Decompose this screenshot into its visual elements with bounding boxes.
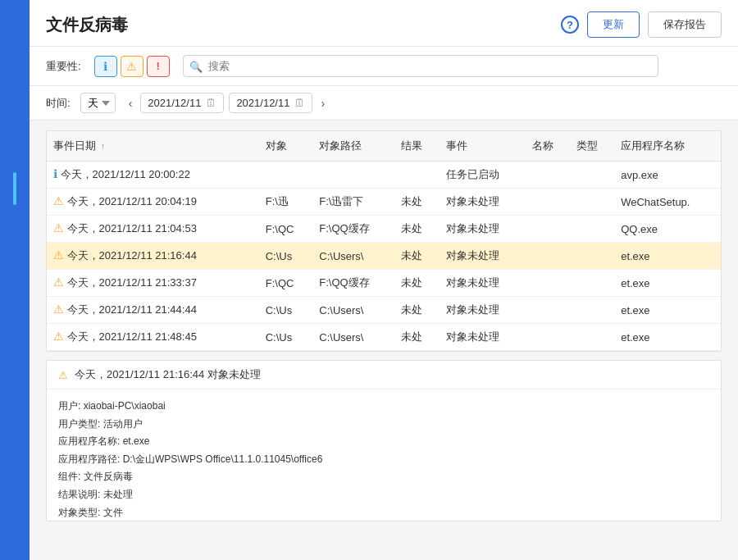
cell-app: et.exe — [614, 243, 721, 270]
cell-app: avp.exe — [614, 162, 721, 189]
update-button[interactable]: 更新 — [587, 11, 640, 38]
row-icon: ⚠ — [53, 330, 64, 343]
cell-object-path: C:\Users\ — [312, 324, 394, 351]
cell-object-path: C:\Users\ — [312, 243, 394, 270]
cell-name — [526, 270, 570, 297]
detail-warn-icon: ⚠ — [58, 369, 68, 381]
row-icon: ℹ — [53, 167, 57, 180]
cell-app: et.exe — [614, 297, 721, 324]
page-title: 文件反病毒 — [46, 14, 128, 36]
cell-object-path — [312, 162, 394, 189]
left-sidebar — [0, 0, 30, 560]
col-object: 对象 — [259, 131, 313, 162]
severity-warn-button[interactable]: ⚠ — [121, 56, 144, 77]
row-icon: ⚠ — [53, 275, 64, 289]
date-from-field[interactable]: 2021/12/11 🗓 — [140, 93, 224, 113]
detail-header-text: 今天，2021/12/11 21:16:44 对象未处理 — [75, 367, 261, 382]
search-input[interactable] — [183, 55, 658, 77]
cell-result — [394, 162, 439, 189]
cell-date: ⚠ 今天，2021/12/11 21:04:53 — [47, 216, 259, 243]
cell-event: 对象未处理 — [440, 297, 526, 324]
calendar-from-icon: 🗓 — [206, 97, 216, 109]
main-content: 文件反病毒 ? 更新 保存报告 重要性: ℹ ⚠ ! 🔍 时间: — [30, 0, 738, 560]
col-date[interactable]: 事件日期 ↑ — [47, 131, 259, 162]
cell-result: 未处 — [394, 216, 439, 243]
severity-info-button[interactable]: ℹ — [94, 56, 117, 77]
cell-type — [570, 243, 614, 270]
row-icon: ⚠ — [53, 221, 64, 234]
cell-app: et.exe — [614, 324, 721, 351]
cell-name — [526, 243, 570, 270]
events-table: 事件日期 ↑ 对象 对象路径 结果 事件 名称 类型 应用程序名称 ℹ 今天，2… — [47, 131, 721, 351]
row-icon: ⚠ — [53, 303, 64, 316]
time-unit-select[interactable]: 天 — [80, 93, 116, 113]
cell-date: ⚠ 今天，2021/12/11 20:04:19 — [47, 189, 259, 216]
next-date-button[interactable]: › — [317, 95, 328, 112]
detail-line: 组件: 文件反病毒 — [58, 468, 709, 486]
cell-type — [570, 162, 614, 189]
cell-name — [526, 189, 570, 216]
table-row[interactable]: ⚠ 今天，2021/12/11 20:04:19 F:\迅 F:\迅雷下 未处 … — [47, 189, 721, 216]
cell-name — [526, 297, 570, 324]
cell-object-path: C:\Users\ — [312, 297, 394, 324]
date-navigation: ‹ 2021/12/11 🗓 2021/12/11 🗓 › — [125, 93, 329, 113]
cell-object: C:\Us — [259, 243, 313, 270]
cell-event: 任务已启动 — [440, 162, 526, 189]
cell-result: 未处 — [394, 297, 439, 324]
cell-type — [570, 297, 614, 324]
cell-result: 未处 — [394, 270, 439, 297]
prev-date-button[interactable]: ‹ — [125, 95, 136, 112]
cell-name — [526, 162, 570, 189]
table-row[interactable]: ⚠ 今天，2021/12/11 21:48:45 C:\Us C:\Users\… — [47, 324, 721, 351]
save-report-button[interactable]: 保存报告 — [648, 11, 722, 38]
events-table-container: 事件日期 ↑ 对象 对象路径 结果 事件 名称 类型 应用程序名称 ℹ 今天，2… — [46, 130, 722, 352]
col-result: 结果 — [394, 131, 439, 162]
cell-event: 对象未处理 — [440, 189, 526, 216]
cell-type — [570, 189, 614, 216]
cell-date: ⚠ 今天，2021/12/11 21:33:37 — [47, 270, 259, 297]
table-row[interactable]: ⚠ 今天，2021/12/11 21:16:44 C:\Us C:\Users\… — [47, 243, 721, 270]
sidebar-accent — [13, 172, 16, 205]
cell-object: C:\Us — [259, 297, 313, 324]
table-row[interactable]: ℹ 今天，2021/12/11 20:00:22 任务已启动 avp.exe — [47, 162, 721, 189]
date-to-field[interactable]: 2021/12/11 🗓 — [229, 93, 312, 113]
cell-app: QQ.exe — [614, 216, 721, 243]
cell-date: ⚠ 今天，2021/12/11 21:16:44 — [47, 243, 259, 270]
help-icon[interactable]: ? — [561, 16, 579, 34]
cell-app: WeChatSetup. — [614, 189, 721, 216]
table-header-row: 事件日期 ↑ 对象 对象路径 结果 事件 名称 类型 应用程序名称 — [47, 131, 721, 162]
col-event: 事件 — [440, 131, 526, 162]
cell-result: 未处 — [394, 189, 439, 216]
cell-object: F:\QC — [259, 270, 313, 297]
row-icon: ⚠ — [53, 248, 64, 262]
col-object-path: 对象路径 — [312, 131, 394, 162]
search-icon: 🔍 — [189, 60, 203, 72]
cell-object-path: F:\QQ缓存 — [312, 270, 394, 297]
toolbar: 重要性: ℹ ⚠ ! 🔍 — [30, 47, 738, 86]
cell-app: et.exe — [614, 270, 721, 297]
cell-type — [570, 216, 614, 243]
cell-event: 对象未处理 — [440, 216, 526, 243]
severity-label: 重要性: — [46, 59, 81, 74]
detail-line: 用户: xiaobai-PC\xiaobai — [58, 398, 709, 416]
table-row[interactable]: ⚠ 今天，2021/12/11 21:04:53 F:\QC F:\QQ缓存 未… — [47, 216, 721, 243]
cell-type — [570, 270, 614, 297]
cell-object: F:\迅 — [259, 189, 313, 216]
cell-name — [526, 324, 570, 351]
cell-event: 对象未处理 — [440, 324, 526, 351]
detail-header: ⚠ 今天，2021/12/11 21:16:44 对象未处理 — [47, 361, 721, 389]
table-row[interactable]: ⚠ 今天，2021/12/11 21:44:44 C:\Us C:\Users\… — [47, 297, 721, 324]
cell-event: 对象未处理 — [440, 270, 526, 297]
severity-error-button[interactable]: ! — [147, 56, 170, 77]
detail-line: 结果说明: 未处理 — [58, 486, 709, 504]
detail-line: 应用程序路径: D:\金山WPS\WPS Office\11.1.0.11045… — [58, 451, 709, 469]
cell-object-path: F:\QQ缓存 — [312, 216, 394, 243]
time-bar: 时间: 天 ‹ 2021/12/11 🗓 2021/12/11 🗓 › — [30, 86, 738, 121]
calendar-to-icon: 🗓 — [294, 97, 305, 109]
cell-type — [570, 324, 614, 351]
detail-body: 用户: xiaobai-PC\xiaobai用户类型: 活动用户应用程序名称: … — [47, 389, 721, 521]
cell-object — [259, 162, 313, 189]
col-name: 名称 — [526, 131, 570, 162]
table-row[interactable]: ⚠ 今天，2021/12/11 21:33:37 F:\QC F:\QQ缓存 未… — [47, 270, 721, 297]
cell-event: 对象未处理 — [440, 243, 526, 270]
